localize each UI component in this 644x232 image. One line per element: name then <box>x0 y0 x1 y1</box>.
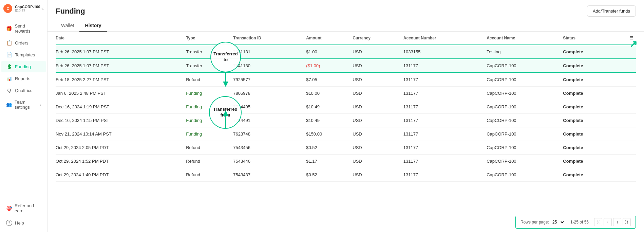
rows-per-page-select[interactable]: 25 50 100 <box>551 219 565 225</box>
cell-type: Refund <box>183 141 230 155</box>
sidebar-item-qualtrics[interactable]: Q Qualtrics <box>1 85 46 96</box>
sidebar-item-help[interactable]: ? Help <box>1 217 46 229</box>
cell-amount: $0.52 <box>303 141 350 155</box>
cell-date: Feb 18, 2025 2:27 PM PST <box>56 73 183 87</box>
cell-account-name: CapCORP-100 <box>484 87 560 100</box>
cell-settings <box>616 59 636 73</box>
cell-settings <box>616 127 636 141</box>
col-currency[interactable]: Currency <box>350 32 401 45</box>
cell-transaction-id: 7941131 <box>230 45 303 59</box>
cell-settings <box>616 87 636 100</box>
rows-per-page: Rows per page: 25 50 100 <box>520 219 565 225</box>
cell-date: Nov 21, 2024 10:14 AM PST <box>56 127 183 141</box>
tabs: Wallet History <box>48 17 644 32</box>
col-settings[interactable]: ☰ <box>616 32 636 45</box>
page-navigation: ⟨⟨ ⟨ ⟩ ⟩⟩ <box>594 218 631 226</box>
table-row: Feb 26, 2025 1:07 PM PST Transfer 794113… <box>56 45 636 59</box>
cell-type: Refund <box>183 168 230 182</box>
cell-transaction-id: 7925577 <box>230 73 303 87</box>
sidebar-item-label: Reports <box>15 76 31 81</box>
cell-status: Complete <box>560 127 616 141</box>
sidebar-header: C CapCORP-100 $10.67 « <box>0 0 47 17</box>
cell-account-number: 1033155 <box>401 45 484 59</box>
cell-currency: USD <box>350 59 401 73</box>
cell-amount: $10.49 <box>303 100 350 114</box>
cell-settings <box>616 141 636 155</box>
sidebar-item-funding[interactable]: 💲 Funding <box>1 61 46 72</box>
cell-currency: USD <box>350 127 401 141</box>
col-account-number[interactable]: Account Number <box>401 32 484 45</box>
sidebar-item-orders[interactable]: 📋 Orders <box>1 37 46 49</box>
table-header: Date ↓ Type Transaction ID Amount Curren… <box>56 32 636 45</box>
table-row: Oct 29, 2024 1:52 PM PDT Refund 7543446 … <box>56 155 636 168</box>
pagination: Rows per page: 25 50 100 1-25 of 56 ⟨⟨ ⟨… <box>48 212 644 232</box>
cell-account-number: 131177 <box>401 155 484 168</box>
sidebar-item-label: Help <box>15 220 24 226</box>
cell-transaction-id: 7724495 <box>230 100 303 114</box>
first-page-button[interactable]: ⟨⟨ <box>594 218 602 226</box>
add-transfer-funds-button[interactable]: Add/Transfer funds <box>587 5 636 17</box>
cell-account-name: CapCORP-100 <box>484 168 560 182</box>
sidebar-collapse-button[interactable]: « <box>41 6 44 11</box>
page-header: Funding Add/Transfer funds <box>48 0 644 17</box>
cell-settings <box>616 45 636 59</box>
funding-icon: 💲 <box>6 64 12 69</box>
sidebar-logo: C CapCORP-100 $10.67 <box>3 4 40 13</box>
col-status[interactable]: Status <box>560 32 616 45</box>
cell-currency: USD <box>350 45 401 59</box>
sidebar-item-label: Templates <box>15 52 35 57</box>
col-date[interactable]: Date ↓ <box>56 32 183 45</box>
cell-type: Refund <box>183 73 230 87</box>
cell-account-name: CapCORP-100 <box>484 73 560 87</box>
sidebar-item-reports[interactable]: 📊 Reports <box>1 73 46 84</box>
help-icon: ? <box>6 220 12 226</box>
cell-account-number: 131177 <box>401 73 484 87</box>
cell-account-number: 131177 <box>401 59 484 73</box>
sidebar-item-templates[interactable]: 📄 Templates <box>1 49 46 60</box>
cell-account-name: CapCORP-100 <box>484 100 560 114</box>
cell-type: Transfer <box>183 59 230 73</box>
sidebar-item-refer-earn[interactable]: 🎯 Refer and earn <box>1 200 46 216</box>
settings-icon[interactable]: ☰ <box>629 36 633 40</box>
cell-date: Dec 16, 2024 1:19 PM PST <box>56 100 183 114</box>
cell-account-number: 131177 <box>401 168 484 182</box>
page-title: Funding <box>56 7 85 16</box>
col-type[interactable]: Type <box>183 32 230 45</box>
cell-type: Refund <box>183 155 230 168</box>
cell-status: Complete <box>560 87 616 100</box>
cell-status: Complete <box>560 73 616 87</box>
tab-wallet[interactable]: Wallet <box>56 20 79 32</box>
templates-icon: 📄 <box>6 52 12 57</box>
org-name: CapCORP-100 <box>15 5 40 9</box>
cell-account-number: 131177 <box>401 141 484 155</box>
cell-account-name: CapCORP-100 <box>484 141 560 155</box>
tab-history[interactable]: History <box>79 20 107 32</box>
table-row: Oct 29, 2024 2:05 PM PDT Refund 7543456 … <box>56 141 636 155</box>
cell-account-name: CapCORP-100 <box>484 114 560 127</box>
col-account-name[interactable]: Account Name <box>484 32 560 45</box>
cell-settings <box>616 168 636 182</box>
cell-transaction-id: 7543446 <box>230 155 303 168</box>
sidebar-item-label: Qualtrics <box>15 88 32 93</box>
cell-account-number: 131177 <box>401 127 484 141</box>
cell-settings <box>616 114 636 127</box>
sidebar-item-label: Funding <box>15 64 31 69</box>
prev-page-button[interactable]: ⟨ <box>604 218 612 226</box>
cell-amount: $10.49 <box>303 114 350 127</box>
sidebar-item-send-rewards[interactable]: 🎁 Send rewards <box>1 20 46 37</box>
cell-currency: USD <box>350 114 401 127</box>
orders-icon: 📋 <box>6 40 12 46</box>
cell-amount: $10.00 <box>303 87 350 100</box>
cell-currency: USD <box>350 73 401 87</box>
cell-currency: USD <box>350 100 401 114</box>
cell-currency: USD <box>350 141 401 155</box>
col-amount[interactable]: Amount <box>303 32 350 45</box>
cell-amount: $1.17 <box>303 155 350 168</box>
cell-status: Complete <box>560 141 616 155</box>
cell-account-number: 131177 <box>401 87 484 100</box>
last-page-button[interactable]: ⟩⟩ <box>623 218 631 226</box>
next-page-button[interactable]: ⟩ <box>613 218 621 226</box>
sidebar-item-team-settings[interactable]: 👥 Team settings › <box>1 96 46 113</box>
cell-transaction-id: 7628748 <box>230 127 303 141</box>
col-transaction-id[interactable]: Transaction ID <box>230 32 303 45</box>
